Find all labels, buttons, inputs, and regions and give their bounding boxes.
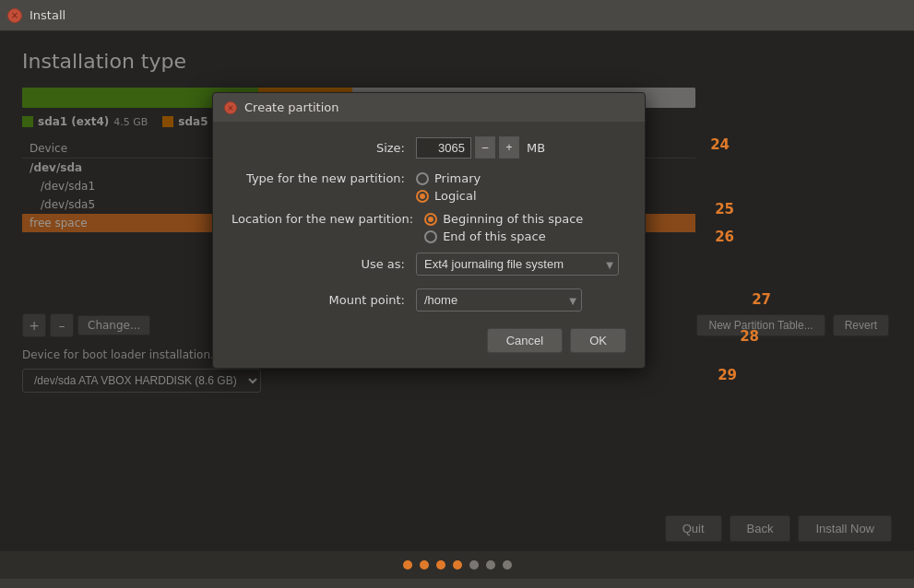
dialog-title: Create partition (244, 100, 339, 114)
dialog-close-icon: × (227, 103, 234, 112)
location-beginning-option[interactable]: Beginning of this space (424, 212, 583, 226)
size-row: Size: – + MB (231, 136, 626, 159)
dot-3 (436, 560, 445, 570)
dialog-body: Size: – + MB Type for the new partition:… (213, 122, 645, 368)
ok-button[interactable]: OK (570, 328, 626, 353)
type-logical-label: Logical (434, 189, 477, 203)
location-label: Location for the new partition: (231, 212, 424, 243)
dot-7 (503, 560, 512, 570)
radio-beginning (424, 213, 437, 226)
use-as-label: Use as: (231, 257, 416, 271)
type-label: Type for the new partition: (231, 171, 416, 203)
use-as-row: Use as: Ext4 journaling file system ▼ (231, 253, 626, 276)
close-icon: × (11, 10, 18, 20)
mount-select[interactable]: /home / /boot /usr /var /tmp /srv /opt (416, 288, 582, 312)
size-increment-button[interactable]: + (499, 136, 519, 159)
dot-5 (469, 560, 479, 570)
dot-2 (420, 560, 429, 570)
size-label: Size: (231, 141, 416, 155)
location-row: Location for the new partition: Beginnin… (231, 212, 626, 243)
create-partition-dialog: × Create partition Size: – + MB Type for… (212, 92, 646, 369)
radio-end (424, 230, 437, 243)
cancel-button[interactable]: Cancel (487, 328, 563, 353)
close-button[interactable]: × (7, 8, 22, 23)
radio-logical (416, 190, 429, 203)
type-primary-option[interactable]: Primary (416, 171, 481, 185)
size-unit: MB (527, 141, 545, 155)
type-options: Primary Logical (416, 171, 481, 203)
dot-4 (453, 560, 462, 570)
type-primary-label: Primary (434, 171, 481, 185)
size-control: – + MB (416, 136, 545, 159)
window-title: Install (30, 8, 65, 22)
size-input[interactable] (416, 137, 471, 159)
dots-navigation (0, 551, 914, 579)
partition-type-row: Type for the new partition: Primary Logi… (231, 171, 626, 203)
dialog-titlebar: × Create partition (213, 93, 645, 122)
location-beginning-label: Beginning of this space (443, 212, 583, 226)
use-as-select[interactable]: Ext4 journaling file system (416, 253, 619, 276)
title-bar: × Install (0, 0, 914, 31)
dialog-close-button[interactable]: × (224, 101, 237, 114)
dot-6 (486, 560, 495, 570)
mount-point-row: Mount point: /home / /boot /usr /var /tm… (231, 288, 626, 312)
mount-label: Mount point: (231, 293, 416, 307)
location-end-option[interactable]: End of this space (424, 229, 583, 243)
use-as-wrapper: Ext4 journaling file system ▼ (416, 253, 619, 276)
size-decrement-button[interactable]: – (475, 136, 495, 159)
location-end-label: End of this space (443, 229, 546, 243)
dot-1 (403, 560, 412, 570)
mount-wrapper: /home / /boot /usr /var /tmp /srv /opt ▼ (416, 288, 582, 312)
type-logical-option[interactable]: Logical (416, 189, 481, 203)
dialog-buttons: Cancel OK (231, 324, 626, 353)
location-options: Beginning of this space End of this spac… (424, 212, 583, 243)
radio-primary (416, 172, 429, 185)
